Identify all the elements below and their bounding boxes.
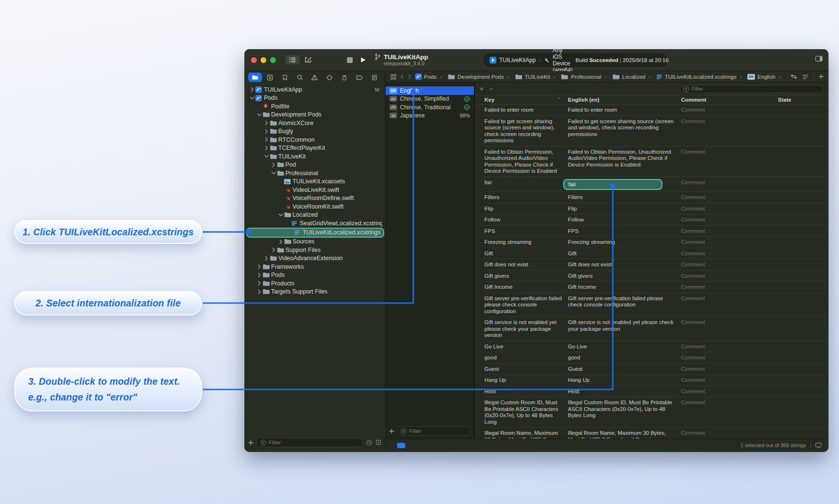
string-key-cell[interactable]: Failed to Obtain Permission, Unauthorize… [484,147,568,177]
string-comment-cell[interactable]: Comment [681,248,778,260]
string-comment-cell[interactable]: Comment [681,428,778,439]
string-row[interactable]: Gift giversGift giversComment [475,271,829,282]
string-english-cell[interactable]: Illegal Room Name, Maximum 30 Bytes, Mus… [568,428,681,439]
string-key-cell[interactable]: Failed to get screen sharing source (scr… [484,116,568,147]
language-row-chinese-simplified[interactable]: ZHChinese, Simplified [386,95,474,104]
navigator-tab-debug[interactable] [337,73,351,82]
tree-item-frameworks[interactable]: Frameworks [244,262,385,271]
forward-icon[interactable] [408,74,411,79]
column-header-state[interactable]: State [778,97,829,103]
string-key-cell[interactable]: Gift does not exist [484,259,568,271]
string-comment-cell[interactable]: Comment [681,364,778,375]
string-row[interactable]: HostHostComment [475,386,829,398]
breadcrumb-item[interactable]: ENEnglish [736,74,776,80]
string-key-cell[interactable]: fair [484,177,568,192]
string-english-cell[interactable]: Gift does not exist [568,259,681,271]
recent-files-icon[interactable] [366,440,372,446]
string-row[interactable]: GuestGuestComment [475,364,829,375]
breadcrumb-item[interactable]: Professional [550,74,601,80]
related-items-icon[interactable] [390,74,396,80]
string-english-cell[interactable]: Gift [568,248,681,260]
string-key-cell[interactable]: good [484,352,568,364]
scheme-name[interactable]: TUILiveKitApp [499,57,536,63]
string-comment-cell[interactable]: Comment [681,397,778,428]
string-english-cell[interactable]: good [568,352,681,364]
tree-item-videoadvanceextension[interactable]: VideoAdvanceExtension [244,254,385,263]
tree-item-podfile[interactable]: Podfile [244,102,385,111]
string-row[interactable]: Gift service is not enabled yet please c… [475,317,829,341]
string-key-cell[interactable]: Failed to enter room [484,105,568,116]
swap-editor-icon[interactable] [790,74,797,79]
tree-item-videolivekit-swift[interactable]: VideoLiveKit.swift [244,186,385,194]
string-comment-cell[interactable]: Comment [681,192,778,203]
string-row[interactable]: Gift IncomeGift IncomeComment [475,282,829,293]
string-key-cell[interactable]: Flip [484,203,568,215]
string-row[interactable]: Failed to get screen sharing source (scr… [475,116,829,147]
tree-item-seatgridviewlocalized-xcstrings[interactable]: SeatGridViewLocalized.xcstrings [244,219,385,228]
string-row[interactable]: FlipFlipComment [475,203,829,215]
string-comment-cell[interactable]: Comment [681,147,778,177]
tree-item-tuilivekit[interactable]: TUILiveKit [244,152,385,161]
string-key-cell[interactable]: Filters [484,192,568,203]
string-key-cell[interactable]: Illegal Custom Room ID, Must Be Printabl… [484,397,568,428]
string-english-cell[interactable]: fair [568,177,681,192]
string-english-cell[interactable]: Illegal Custom Room ID, Must Be Printabl… [568,397,681,428]
string-comment-cell[interactable]: Comment [681,259,778,271]
string-english-cell[interactable]: Gift server pre-verification failed plea… [568,293,681,317]
tree-item-pods[interactable]: Pods [244,271,385,280]
string-english-cell[interactable]: Go Live [568,341,681,353]
string-key-cell[interactable]: Guest [484,364,568,375]
tree-item-localized[interactable]: Localized [244,211,385,220]
navigator-tab-reports[interactable] [367,73,381,82]
add-editor-icon[interactable] [818,74,824,79]
string-key-cell[interactable]: Gift givers [484,271,568,282]
tree-item-tuilivekit-xcassets[interactable]: TUILiveKit.xcassets [244,178,385,186]
close-window-button[interactable] [251,57,257,63]
adjust-editor-icon[interactable] [802,74,808,79]
breadcrumb-item[interactable]: Pods [415,74,437,80]
string-comment-cell[interactable]: Comment [681,271,778,282]
string-row[interactable]: Gift server pre-verification failed plea… [475,293,829,317]
navigator-filter-field[interactable]: Filter [257,438,363,447]
string-key-cell[interactable]: Follow [484,214,568,226]
minimize-window-button[interactable] [261,57,266,63]
string-comment-cell[interactable]: Comment [681,177,778,192]
language-row-japanese[interactable]: JAJapanese98% [386,112,474,120]
string-row[interactable]: Gift does not existGift does not existCo… [475,259,829,271]
string-row[interactable]: GiftGiftComment [475,248,829,260]
tree-item-development-pods[interactable]: Development Pods [244,111,385,119]
navigator-tab-tests[interactable] [323,73,336,82]
language-row-chinese-traditional[interactable]: ZHChinese, Traditional [386,103,474,112]
string-key-cell[interactable]: Hang Up [484,375,568,386]
string-english-cell[interactable]: Failed to enter room [568,105,681,116]
navigator-toggle-icon[interactable] [285,55,300,64]
navigator-tab-project-navigator[interactable] [248,73,262,82]
string-comment-cell[interactable]: Comment [681,341,778,353]
string-row[interactable]: FPSFPSComment [475,226,829,237]
add-file-icon[interactable] [248,440,253,445]
string-comment-cell[interactable]: Comment [681,214,778,226]
string-row[interactable]: FollowFollowComment [475,214,829,226]
string-row[interactable]: Illegal Room Name, Maximum 30 Bytes, Mus… [475,428,829,439]
tree-item-tuilivekitapp[interactable]: TUILiveKitAppM [244,85,385,94]
strings-filter-field[interactable]: Filter [680,85,824,93]
string-row[interactable]: Failed to Obtain Permission, Unauthorize… [475,147,829,177]
tree-item-voiceroomdefine-swift[interactable]: VoiceRoomDefine.swift [244,194,385,203]
navigator-tab-changes[interactable] [263,73,277,82]
string-comment-cell[interactable]: Comment [681,203,778,215]
tree-item-bugly[interactable]: Bugly [244,127,385,136]
device-preview-icon[interactable] [815,442,822,448]
tree-item-sources[interactable]: Sources [244,238,385,246]
tree-item-tceffectplayerkit[interactable]: TCEffectPlayerKit [244,144,385,153]
string-english-cell[interactable]: Filters [568,192,681,203]
string-english-cell[interactable]: Gift Income [568,282,681,293]
string-row[interactable]: Failed to enter roomFailed to enter room… [475,105,829,116]
string-english-cell[interactable]: FPS [568,226,681,237]
string-english-cell[interactable]: Freezing streaming [568,237,681,248]
scheme-bar[interactable]: TUILiveKitApp › Any iOS Device (arm64) B… [483,53,668,67]
string-comment-cell[interactable]: Comment [681,282,778,293]
zoom-window-button[interactable] [270,57,276,63]
tree-item-rtccommon[interactable]: RTCCommon [244,136,385,144]
string-english-cell[interactable]: Flip [568,203,681,215]
breadcrumb-item[interactable]: Development Pods [437,74,504,80]
